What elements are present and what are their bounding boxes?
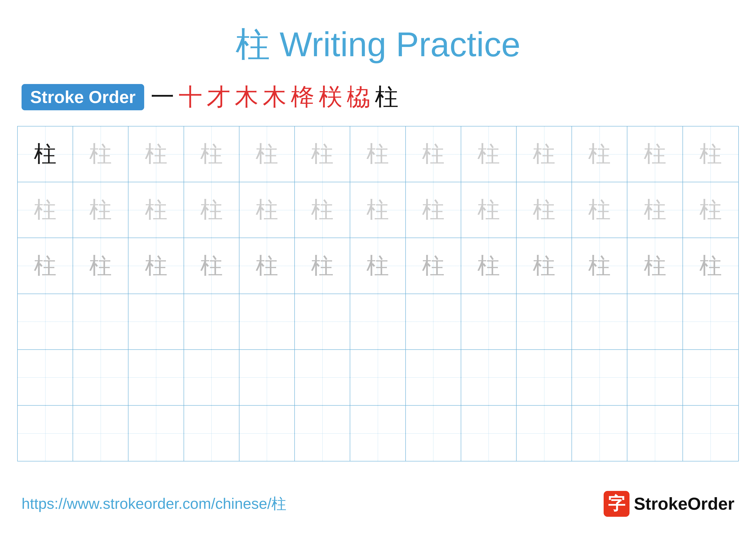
grid-cell — [184, 406, 239, 461]
char-display: 柱 — [533, 195, 555, 225]
grid-cell — [406, 406, 461, 461]
grid-row-6 — [18, 406, 738, 461]
grid-cell: 柱 — [627, 126, 683, 182]
grid-cell — [517, 294, 572, 349]
grid-cell — [18, 406, 73, 461]
grid-cell: 柱 — [350, 182, 406, 238]
char-display: 柱 — [200, 251, 223, 281]
grid-cell: 柱 — [406, 126, 461, 182]
grid-cell: 柱 — [295, 182, 350, 238]
brand-logo: 字 — [604, 491, 630, 517]
grid-cell: 柱 — [18, 238, 73, 293]
grid-cell — [406, 350, 461, 405]
grid-cell — [461, 294, 517, 349]
grid-cell — [627, 406, 683, 461]
grid-cell: 柱 — [184, 126, 239, 182]
char-display: 柱 — [477, 195, 500, 225]
grid-cell: 柱 — [627, 238, 683, 293]
char-display: 柱 — [89, 139, 112, 169]
char-display: 柱 — [200, 195, 223, 225]
char-display: 柱 — [422, 251, 445, 281]
grid-cell — [73, 350, 128, 405]
stroke-order-badge: Stroke Order — [21, 84, 144, 110]
grid-row-1: 柱 柱 柱 柱 柱 柱 柱 柱 柱 柱 柱 柱 柱 — [18, 126, 738, 182]
char-display: 柱 — [34, 251, 56, 281]
char-display: 柱 — [644, 195, 666, 225]
grid-row-2: 柱 柱 柱 柱 柱 柱 柱 柱 柱 柱 柱 柱 柱 — [18, 182, 738, 238]
footer-url: https://www.strokeorder.com/chinese/柱 — [21, 494, 286, 514]
stroke-3: 才 — [207, 81, 230, 113]
grid-cell — [350, 294, 406, 349]
grid-cell — [517, 350, 572, 405]
grid-cell — [184, 350, 239, 405]
grid-cell — [239, 294, 295, 349]
char-display: 柱 — [145, 251, 168, 281]
grid-cell: 柱 — [184, 182, 239, 238]
grid-cell — [184, 294, 239, 349]
grid-cell — [295, 350, 350, 405]
char-display: 柱 — [34, 195, 56, 225]
grid-cell — [683, 294, 738, 349]
grid-cell: 柱 — [18, 182, 73, 238]
grid-cell — [295, 294, 350, 349]
char-display: 柱 — [477, 139, 500, 169]
char-display: 柱 — [644, 251, 666, 281]
grid-row-5 — [18, 350, 738, 406]
char-display: 柱 — [422, 139, 445, 169]
grid-cell — [128, 294, 184, 349]
grid-cell — [18, 350, 73, 405]
grid-cell: 柱 — [128, 126, 184, 182]
grid-cell — [683, 350, 738, 405]
grid-cell — [627, 350, 683, 405]
char-display: 柱 — [422, 195, 445, 225]
grid-cell: 柱 — [406, 182, 461, 238]
grid-cell — [295, 406, 350, 461]
grid-cell: 柱 — [184, 238, 239, 293]
char-display: 柱 — [366, 139, 389, 169]
char-display: 柱 — [699, 251, 722, 281]
char-display: 柱 — [145, 139, 168, 169]
stroke-8: 栛 — [347, 81, 370, 113]
grid-cell: 柱 — [350, 238, 406, 293]
char-display: 柱 — [477, 251, 500, 281]
grid-cell: 柱 — [406, 238, 461, 293]
char-display: 柱 — [145, 195, 168, 225]
grid-cell: 柱 — [239, 182, 295, 238]
char-display: 柱 — [699, 139, 722, 169]
grid-cell: 柱 — [517, 238, 572, 293]
grid-cell — [517, 406, 572, 461]
char-display: 柱 — [256, 139, 278, 169]
grid-cell — [73, 406, 128, 461]
grid-cell: 柱 — [683, 182, 738, 238]
grid-cell — [350, 406, 406, 461]
grid-cell: 柱 — [683, 238, 738, 293]
char-display: 柱 — [588, 139, 611, 169]
stroke-7: 栚 — [319, 81, 342, 113]
grid-cell — [73, 294, 128, 349]
grid-cell: 柱 — [18, 126, 73, 182]
grid-row-4 — [18, 294, 738, 350]
grid-cell: 柱 — [461, 182, 517, 238]
char-display: 柱 — [34, 139, 56, 169]
grid-cell — [461, 350, 517, 405]
grid-cell: 柱 — [295, 126, 350, 182]
grid-cell — [128, 406, 184, 461]
char-display: 柱 — [256, 251, 278, 281]
stroke-6: 栙 — [291, 81, 314, 113]
stroke-order-area: Stroke Order 一 十 才 木 木 栙 栚 栛 柱 — [0, 81, 756, 113]
grid-cell: 柱 — [295, 238, 350, 293]
grid-cell — [128, 350, 184, 405]
grid-cell: 柱 — [128, 238, 184, 293]
grid-cell: 柱 — [683, 126, 738, 182]
grid-cell: 柱 — [461, 126, 517, 182]
footer: https://www.strokeorder.com/chinese/柱 字 … — [0, 491, 756, 517]
grid-cell: 柱 — [73, 238, 128, 293]
grid-cell — [406, 294, 461, 349]
practice-grid: 柱 柱 柱 柱 柱 柱 柱 柱 柱 柱 柱 柱 柱 柱 柱 柱 柱 柱 柱 柱 … — [17, 126, 739, 461]
grid-cell: 柱 — [517, 182, 572, 238]
grid-row-3: 柱 柱 柱 柱 柱 柱 柱 柱 柱 柱 柱 柱 柱 — [18, 238, 738, 294]
char-display: 柱 — [366, 195, 389, 225]
grid-cell — [239, 406, 295, 461]
title-area: 柱 Writing Practice — [0, 0, 756, 68]
char-display: 柱 — [200, 139, 223, 169]
